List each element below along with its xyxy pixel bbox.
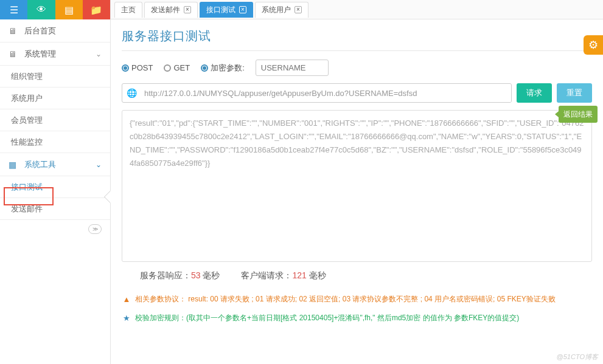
desktop-icon: 🖥 xyxy=(9,49,19,59)
tab-label: 主页 xyxy=(121,5,136,15)
page-title: 服务器接口测试 xyxy=(122,28,592,51)
tab-label: 接口测试 xyxy=(206,5,235,15)
nav-sub-member[interactable]: 会员管理 xyxy=(0,109,110,131)
nav-sub-mail[interactable]: 发送邮件 xyxy=(0,198,110,220)
info-encrypt-rule: ★ 校验加密规则：(取其中一个参数名+当前日期[格式 20150405]+混淆码… xyxy=(122,312,592,325)
chevron-down-icon: ⌄ xyxy=(96,160,102,169)
sidebar: ☰ 👁 ▤ 📁 🖥 后台首页 🖥 系统管理 ⌄ 组织管理 系统用户 会员管理 性… xyxy=(0,0,111,364)
tab-label: 发送邮件 xyxy=(151,5,180,15)
gear-icon: ⚙ xyxy=(588,38,598,52)
nav-label: 系统管理 xyxy=(24,49,96,60)
info-text: 校验加密规则：(取其中一个参数名+当前日期[格式 20150405]+混淆码",… xyxy=(135,312,519,324)
nav-system-tools[interactable]: ▦ 系统工具 ⌄ xyxy=(0,153,110,176)
radio-get[interactable]: GET xyxy=(164,63,190,72)
tab-label: 系统用户 xyxy=(262,5,291,15)
url-group: 🌐 xyxy=(122,83,512,103)
reset-button[interactable]: 重置 xyxy=(557,83,592,103)
radio-encrypt[interactable]: 加密参数: xyxy=(201,63,245,74)
color-btn-red[interactable]: 📁 xyxy=(83,0,110,19)
color-btn-teal[interactable]: 👁 xyxy=(27,0,55,19)
close-icon[interactable]: × xyxy=(184,6,191,13)
url-input[interactable] xyxy=(141,84,511,102)
info-protocol: ▲ 相关参数协议： result: 00 请求失败 ; 01 请求成功; 02 … xyxy=(122,294,592,306)
encrypt-param-input[interactable] xyxy=(256,60,329,76)
warning-icon: ▲ xyxy=(122,294,131,306)
collapse-handle[interactable]: ≫ xyxy=(88,224,102,234)
nav-label: 系统工具 xyxy=(24,159,96,170)
server-value: 53 xyxy=(191,270,201,280)
radio-dot-icon xyxy=(201,64,208,72)
nav-sub-sysuser[interactable]: 系统用户 xyxy=(0,88,110,109)
radio-label: GET xyxy=(173,63,190,72)
result-tag: 返回结果 xyxy=(559,106,598,123)
method-row: POST GET 加密参数: xyxy=(122,60,592,76)
tabs: 主页 发送邮件× 接口测试× 系统用户× xyxy=(111,0,603,19)
nav-sub-perf[interactable]: 性能监控 xyxy=(0,131,110,153)
close-icon[interactable]: × xyxy=(295,6,302,13)
color-btn-blue[interactable]: ☰ xyxy=(0,0,27,19)
url-row: 🌐 请求 重置 xyxy=(122,83,592,103)
nav-sub-api[interactable]: 接口测试 xyxy=(0,176,110,198)
result-box: 返回结果 {"result":"01","pd":{"START_TIME":"… xyxy=(122,110,592,262)
close-icon[interactable]: × xyxy=(239,6,246,13)
info-text: 相关参数协议： result: 00 请求失败 ; 01 请求成功; 02 返回… xyxy=(135,294,556,305)
tab-api[interactable]: 接口测试× xyxy=(200,2,253,18)
metrics: 服务器响应：53 毫秒 客户端请求：121 毫秒 xyxy=(122,262,592,287)
client-value: 121 xyxy=(292,270,306,280)
radio-label: POST xyxy=(131,63,153,72)
tab-mail[interactable]: 发送邮件× xyxy=(144,2,198,18)
radio-label: 加密参数: xyxy=(211,63,245,74)
nav-sub-org[interactable]: 组织管理 xyxy=(0,66,110,88)
radio-post[interactable]: POST xyxy=(122,63,153,72)
radio-dot-icon xyxy=(164,64,171,72)
desktop-icon: 🖥 xyxy=(9,26,19,36)
settings-fab[interactable]: ⚙ xyxy=(584,35,603,55)
client-unit: 毫秒 xyxy=(307,270,326,280)
server-unit: 毫秒 xyxy=(201,270,220,280)
main: 主页 发送邮件× 接口测试× 系统用户× 服务器接口测试 POST GET 加密… xyxy=(111,0,603,364)
response-text: {"result":"01","pd":{"START_TIME":"","NU… xyxy=(130,117,584,170)
grid-icon: ▦ xyxy=(9,160,19,170)
nav-home[interactable]: 🖥 后台首页 xyxy=(0,19,110,43)
request-button[interactable]: 请求 xyxy=(517,83,552,103)
arrow-indicator xyxy=(105,191,111,203)
nav-label: 后台首页 xyxy=(24,26,102,36)
content: 服务器接口测试 POST GET 加密参数: 🌐 请求 重置 返回结果 {"re… xyxy=(111,19,603,364)
color-btn-orange[interactable]: ▤ xyxy=(55,0,83,19)
server-label: 服务器响应： xyxy=(140,270,191,280)
star-icon: ★ xyxy=(122,312,131,325)
tab-sysuser[interactable]: 系统用户× xyxy=(255,2,308,18)
client-label: 客户端请求： xyxy=(241,270,292,280)
chevron-down-icon: ⌄ xyxy=(96,50,102,58)
tab-home[interactable]: 主页 xyxy=(114,2,142,18)
color-buttons: ☰ 👁 ▤ 📁 xyxy=(0,0,110,19)
nav-system-mgmt[interactable]: 🖥 系统管理 ⌄ xyxy=(0,43,110,66)
watermark: @51CTO博客 xyxy=(557,352,598,362)
collapse-row: ≫ xyxy=(0,220,110,238)
globe-icon: 🌐 xyxy=(122,88,141,98)
radio-dot-icon xyxy=(122,64,129,72)
